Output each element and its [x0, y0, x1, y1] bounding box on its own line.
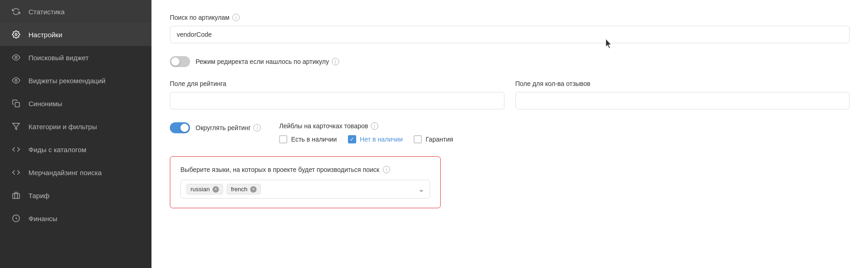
sidebar-label-categories: Категории и фильтры [28, 123, 97, 131]
redirect-toggle-thumb [171, 57, 179, 66]
sidebar-item-search-widget[interactable]: Поисковый виджет [0, 46, 151, 69]
redirect-toggle-track[interactable] [170, 56, 190, 67]
sidebar-item-feeds[interactable]: Фиды с каталогом [0, 138, 151, 161]
language-tag-russian: russian× [186, 184, 223, 194]
vendor-code-info-icon[interactable]: i [232, 14, 240, 21]
redirect-label: Режим редиректа если нашлось по артикулу… [196, 58, 339, 65]
filter-icon [11, 121, 21, 131]
rating-label: Поле для рейтинга [170, 80, 504, 87]
sidebar-item-tariff[interactable]: Тариф [0, 184, 151, 207]
svg-rect-3 [15, 103, 20, 107]
language-info-icon[interactable]: i [383, 166, 390, 173]
language-title: Выберите языки, на которых в проекте буд… [180, 166, 430, 173]
checkbox-warranty [414, 135, 422, 143]
redirect-toggle-row: Режим редиректа если нашлось по артикулу… [170, 56, 850, 67]
sidebar-label-statistics: Статистика [28, 8, 65, 16]
redirect-info-icon[interactable]: i [332, 58, 339, 65]
svg-point-2 [15, 80, 17, 82]
briefcase-icon [11, 190, 21, 200]
checkbox-label-out-of-stock: Нет в наличии [360, 136, 403, 143]
sidebar: СтатистикаНастройкиПоисковый виджетВидже… [0, 0, 151, 268]
finance-icon [11, 213, 21, 223]
language-tag-label-russian: russian [190, 186, 210, 193]
sidebar-item-synonyms[interactable]: Синонимы [0, 92, 151, 115]
reviews-section: Поле для кол-ва отзывов [515, 80, 850, 109]
labels-checkboxes: Есть в наличииНет в наличииГарантия [279, 135, 453, 143]
round-rating-toggle-thumb [180, 124, 189, 132]
vendor-code-section: Поиск по артикулам i [170, 14, 850, 43]
language-tag-french: french× [227, 184, 261, 194]
language-tag-label-french: french [231, 186, 247, 193]
rating-section: Поле для рейтинга [170, 80, 504, 109]
reviews-col: Поле для кол-ва отзывов [515, 80, 850, 122]
code-icon [11, 144, 21, 154]
refresh-icon [11, 6, 21, 17]
svg-point-1 [15, 57, 17, 59]
language-tags: russian×french× [186, 184, 418, 194]
sidebar-label-finance: Финансы [28, 215, 57, 222]
checkbox-in-stock [279, 135, 287, 143]
language-tag-remove-russian[interactable]: × [213, 186, 219, 193]
labels-info-icon[interactable]: i [371, 122, 378, 130]
language-section: Выберите языки, на которых в проекте буд… [170, 156, 441, 208]
checkbox-out-of-stock [348, 135, 356, 143]
round-rating-toggle[interactable] [170, 122, 190, 133]
sidebar-item-recommendations[interactable]: Виджеты рекомендаций [0, 69, 151, 92]
gear-icon [11, 29, 21, 40]
reviews-label: Поле для кол-ва отзывов [515, 80, 850, 87]
round-rating-info-icon[interactable]: i [253, 124, 261, 131]
vendor-code-label: Поиск по артикулам i [170, 14, 850, 21]
sidebar-item-categories[interactable]: Категории и фильтры [0, 115, 151, 138]
round-rating-section: Округлять рейтинг i [170, 122, 261, 133]
labels-section: Лейблы на карточках товаров i Есть в нал… [279, 122, 453, 143]
sidebar-label-tariff: Тариф [28, 192, 50, 200]
eye-icon [11, 52, 21, 63]
eye-icon [11, 75, 21, 86]
sidebar-label-recommendations: Виджеты рекомендаций [28, 77, 106, 85]
rating-input[interactable] [170, 92, 504, 109]
redirect-toggle[interactable] [170, 56, 190, 67]
sidebar-label-merchandising: Мерчандайзинг поиска [28, 169, 102, 177]
sidebar-label-feeds: Фиды с каталогом [28, 146, 86, 154]
sidebar-label-search-widget: Поисковый виджет [28, 54, 89, 62]
main-content: Поиск по артикулам i Режим редиректа есл… [151, 0, 868, 268]
language-chevron-icon: ⌄ [418, 185, 424, 194]
checkbox-item-warranty[interactable]: Гарантия [414, 135, 453, 143]
language-selector[interactable]: russian×french× ⌄ [180, 180, 430, 199]
round-rating-label: Округлять рейтинг i [196, 124, 261, 131]
rating-reviews-row: Поле для рейтинга Поле для кол-ва отзыво… [170, 80, 850, 122]
svg-rect-5 [13, 194, 20, 199]
sidebar-item-settings[interactable]: Настройки [0, 23, 151, 46]
code-icon [11, 167, 21, 177]
round-rating-toggle-track[interactable] [170, 122, 190, 133]
vendor-code-input[interactable] [170, 26, 850, 43]
reviews-input[interactable] [515, 92, 850, 109]
checkbox-label-warranty: Гарантия [426, 136, 453, 143]
svg-point-0 [15, 34, 17, 36]
sidebar-label-settings: Настройки [28, 31, 62, 39]
sidebar-item-statistics[interactable]: Статистика [0, 0, 151, 23]
round-rating-toggle-row: Округлять рейтинг i [170, 122, 261, 133]
checkbox-item-out-of-stock[interactable]: Нет в наличии [348, 135, 403, 143]
labels-title: Лейблы на карточках товаров i [279, 122, 453, 130]
sidebar-item-finance[interactable]: Финансы [0, 207, 151, 230]
copy-icon [11, 98, 21, 108]
language-tag-remove-french[interactable]: × [250, 186, 257, 193]
sidebar-label-synonyms: Синонимы [28, 100, 62, 108]
checkbox-label-in-stock: Есть в наличии [291, 136, 337, 143]
sidebar-item-merchandising[interactable]: Мерчандайзинг поиска [0, 161, 151, 184]
checkbox-item-in-stock[interactable]: Есть в наличии [279, 135, 337, 143]
rating-col: Поле для рейтинга [170, 80, 504, 122]
svg-marker-4 [13, 123, 20, 130]
